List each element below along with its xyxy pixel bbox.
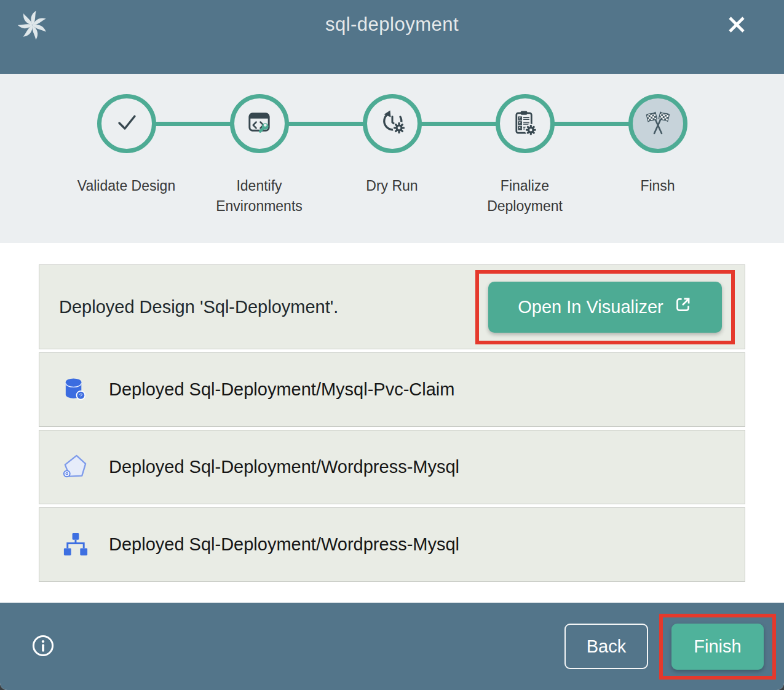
highlight-box-visualizer: Open In Visualizer bbox=[475, 270, 735, 344]
external-link-icon bbox=[673, 295, 692, 319]
finish-button[interactable]: Finish bbox=[671, 624, 764, 670]
back-button[interactable]: Back bbox=[564, 624, 648, 669]
deployed-item-row: ? Deployed Sql-Deployment/Mysql-Pvc-Clai… bbox=[39, 352, 745, 427]
step-dry-run: Dry Run bbox=[326, 94, 459, 217]
dialog-header: sql-deployment bbox=[0, 0, 784, 74]
highlight-box-finish: Finish bbox=[659, 614, 776, 680]
svg-text:?: ? bbox=[79, 392, 82, 399]
code-window-wrench-icon bbox=[245, 108, 274, 140]
step-circle-identify-environments[interactable] bbox=[230, 94, 289, 153]
deployment-wizard-dialog: sql-deployment Validate Desi bbox=[0, 0, 784, 690]
deployed-design-row: Deployed Design 'Sql-Deployment'. Open I… bbox=[39, 264, 745, 349]
open-in-visualizer-button[interactable]: Open In Visualizer bbox=[488, 282, 722, 333]
step-finish: Finsh bbox=[592, 94, 724, 217]
deployed-item-text: Deployed Sql-Deployment/Wordpress-Mysql bbox=[109, 534, 459, 555]
step-circle-validate-design[interactable] bbox=[97, 94, 156, 153]
step-label: Validate Design bbox=[77, 176, 175, 196]
deployed-item-row: Deployed Sql-Deployment/Wordpress-Mysql bbox=[39, 507, 745, 582]
deployed-item-text: Deployed Sql-Deployment/Wordpress-Mysql bbox=[109, 457, 459, 477]
results-stack: Deployed Design 'Sql-Deployment'. Open I… bbox=[39, 264, 745, 582]
step-circle-finalize-deployment[interactable] bbox=[496, 94, 555, 153]
deployed-design-text: Deployed Design 'Sql-Deployment'. bbox=[59, 297, 338, 317]
info-button[interactable] bbox=[30, 633, 57, 660]
pentagon-service-icon bbox=[61, 453, 90, 482]
open-in-visualizer-label: Open In Visualizer bbox=[518, 297, 663, 317]
step-label: Dry Run bbox=[366, 176, 418, 196]
tree-deployment-icon bbox=[61, 530, 90, 559]
wizard-stepper: Validate Design Ident bbox=[0, 74, 784, 243]
deployed-item-row: Deployed Sql-Deployment/Wordpress-Mysql bbox=[39, 430, 745, 504]
database-icon: ? bbox=[61, 375, 90, 404]
close-button[interactable] bbox=[724, 12, 750, 38]
step-label: Identify Environments bbox=[205, 176, 314, 217]
results-panel: Deployed Design 'Sql-Deployment'. Open I… bbox=[0, 243, 784, 603]
step-identify-environments: Identify Environments bbox=[193, 94, 326, 217]
rerun-gear-icon bbox=[378, 108, 407, 140]
step-validate-design: Validate Design bbox=[60, 94, 193, 217]
deployed-item-text: Deployed Sql-Deployment/Mysql-Pvc-Claim bbox=[109, 379, 454, 400]
step-label: Finsh bbox=[640, 176, 675, 196]
footer-actions: Back Finish bbox=[564, 614, 784, 680]
check-icon bbox=[112, 108, 141, 140]
page-title: sql-deployment bbox=[0, 14, 784, 36]
step-circle-finish[interactable] bbox=[628, 94, 687, 153]
info-icon bbox=[30, 632, 57, 661]
dialog-footer: Back Finish bbox=[0, 603, 784, 690]
close-icon bbox=[724, 12, 749, 39]
checkered-flags-icon bbox=[643, 108, 673, 140]
step-finalize-deployment: Finalize Deployment bbox=[459, 94, 592, 217]
step-label: Finalize Deployment bbox=[471, 176, 579, 217]
clipboard-gear-icon bbox=[510, 108, 539, 140]
step-circle-dry-run[interactable] bbox=[363, 94, 422, 153]
